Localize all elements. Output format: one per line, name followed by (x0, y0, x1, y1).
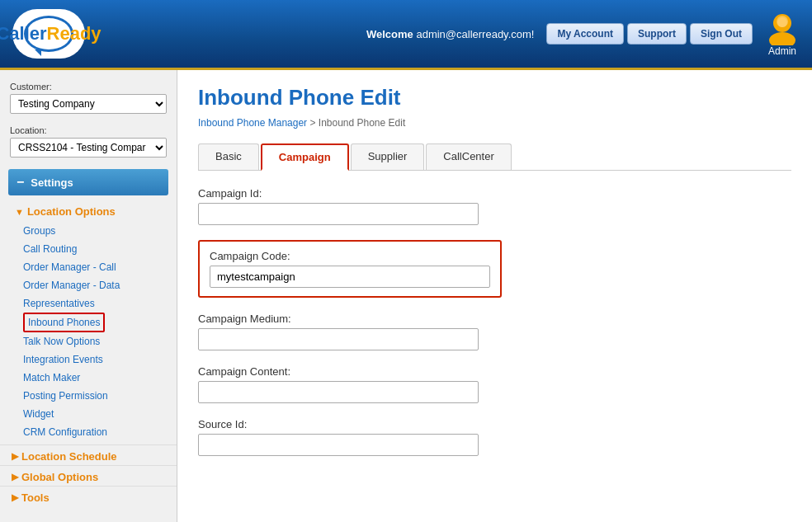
sidebar-item-posting-permission[interactable]: Posting Permission (23, 387, 177, 405)
sidebar-section-location-schedule[interactable]: ▶ Location Schedule (0, 444, 177, 465)
minus-icon: − (17, 175, 24, 190)
campaign-medium-label: Campaign Medium: (198, 313, 791, 325)
location-section: Location: CRSS2104 - Testing Compar (0, 124, 177, 164)
campaign-id-input[interactable] (198, 203, 479, 225)
sidebar-item-crm-configuration[interactable]: CRM Configuration (23, 423, 177, 441)
header: CallerReady Welcome admin@callerready.co… (0, 0, 812, 70)
tab-supplier[interactable]: Supplier (351, 143, 425, 170)
sidebar-item-inbound-phones[interactable]: Inbound Phones (23, 313, 105, 332)
settings-button[interactable]: − Settings (8, 169, 168, 195)
campaign-medium-group: Campaign Medium: (198, 313, 791, 350)
tab-campaign[interactable]: Campaign (261, 143, 349, 171)
customer-label: Customer: (0, 80, 177, 92)
sidebar-section-location-options[interactable]: ▼ Location Options (0, 200, 177, 220)
sidebar-item-groups[interactable]: Groups (23, 222, 177, 240)
sidebar-item-integration-events[interactable]: Integration Events (23, 350, 177, 369)
main-content: Inbound Phone Edit Inbound Phone Manager… (177, 70, 812, 522)
header-buttons: My Account Support Sign Out (546, 23, 753, 45)
my-account-button[interactable]: My Account (546, 23, 624, 45)
support-button[interactable]: Support (627, 23, 687, 45)
arrow-right-icon-3: ▶ (12, 492, 18, 503)
logo-bubble: CallerReady (24, 16, 73, 52)
campaign-code-input[interactable] (210, 266, 490, 288)
customer-select[interactable]: Testing Company (10, 94, 167, 114)
svg-point-3 (777, 17, 787, 27)
arrow-right-icon: ▶ (12, 451, 18, 462)
sidebar-item-match-maker[interactable]: Match Maker (23, 369, 177, 387)
sidebar-item-talk-now-options[interactable]: Talk Now Options (23, 332, 177, 350)
campaign-code-group: Campaign Code: (198, 240, 502, 298)
source-id-input[interactable] (198, 434, 479, 456)
svg-point-2 (769, 32, 795, 45)
header-right: Welcome admin@callerready.com! My Accoun… (366, 11, 800, 57)
campaign-content-label: Campaign Content: (198, 365, 791, 378)
sidebar-item-order-manager-call[interactable]: Order Manager - Call (23, 258, 177, 276)
breadcrumb: Inbound Phone Manager > Inbound Phone Ed… (198, 117, 791, 129)
location-select[interactable]: CRSS2104 - Testing Compar (10, 138, 167, 158)
sidebar-item-order-manager-data[interactable]: Order Manager - Data (23, 276, 177, 294)
source-id-group: Source Id: (198, 418, 791, 456)
campaign-id-label: Campaign Id: (198, 187, 791, 200)
campaign-content-input[interactable] (198, 381, 479, 403)
campaign-medium-input[interactable] (198, 328, 479, 350)
breadcrumb-current: Inbound Phone Edit (319, 117, 405, 129)
arrow-right-icon-2: ▶ (12, 472, 18, 482)
sidebar-section-tools[interactable]: ▶ Tools (0, 486, 177, 506)
source-id-label: Source Id: (198, 418, 791, 430)
campaign-id-group: Campaign Id: (198, 187, 791, 225)
sidebar-item-call-routing[interactable]: Call Routing (23, 240, 177, 258)
arrow-down-icon: ▼ (15, 207, 24, 217)
breadcrumb-link[interactable]: Inbound Phone Manager (198, 117, 307, 129)
sidebar: Customer: Testing Company Location: CRSS… (0, 70, 177, 522)
sign-out-button[interactable]: Sign Out (690, 23, 753, 45)
main-layout: Customer: Testing Company Location: CRSS… (0, 70, 812, 522)
tabs: Basic Campaign Supplier CallCenter (198, 143, 791, 171)
admin-label: Admin (768, 45, 796, 57)
sidebar-item-representatives[interactable]: Representatives (23, 294, 177, 313)
tab-basic[interactable]: Basic (198, 143, 259, 170)
admin-user: Admin (765, 11, 800, 57)
sidebar-item-widget[interactable]: Widget (23, 405, 177, 423)
logo: CallerReady (12, 9, 85, 59)
welcome-message: Welcome admin@callerready.com! (366, 28, 534, 40)
tab-callcenter[interactable]: CallCenter (426, 143, 511, 170)
page-title: Inbound Phone Edit (198, 85, 791, 111)
admin-avatar-icon (765, 11, 800, 45)
location-label: Location: (0, 124, 177, 136)
location-options-items: Groups Call Routing Order Manager - Call… (0, 220, 177, 444)
customer-section: Customer: Testing Company (0, 80, 177, 120)
campaign-content-group: Campaign Content: (198, 365, 791, 403)
sidebar-section-global-options[interactable]: ▶ Global Options (0, 465, 177, 486)
campaign-code-label: Campaign Code: (210, 250, 490, 262)
